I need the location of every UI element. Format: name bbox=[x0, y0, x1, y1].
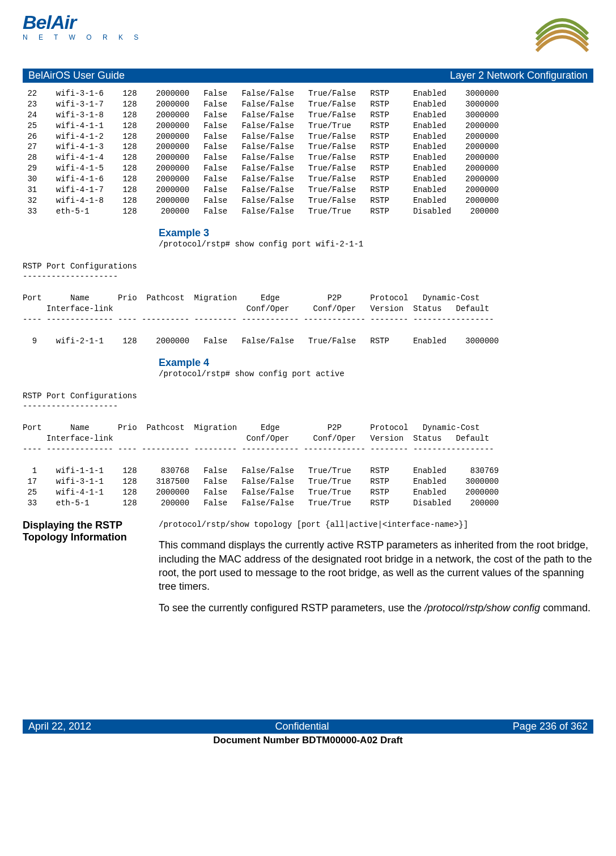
header-bar: BelAirOS User Guide Layer 2 Network Conf… bbox=[23, 69, 593, 83]
example-3-command: /protocol/rstp# show config port wifi-2-… bbox=[159, 239, 593, 250]
topology-syntax: /protocol/rstp/show topology [port {all|… bbox=[159, 519, 593, 530]
config-table-1: 22 wifi-3-1-6 128 2000000 False False/Fa… bbox=[23, 88, 593, 217]
header-left: BelAirOS User Guide bbox=[28, 70, 125, 82]
footer-document-number: Document Number BDTM00000-A02 Draft bbox=[23, 734, 593, 752]
example-4-heading: Example 4 bbox=[159, 357, 593, 369]
header-right: Layer 2 Network Configuration bbox=[450, 70, 588, 82]
topology-para-2a: To see the currently configured RSTP par… bbox=[159, 602, 424, 614]
example-4-command: /protocol/rstp# show config port active bbox=[159, 369, 593, 380]
footer-right: Page 236 of 362 bbox=[513, 721, 588, 733]
topology-para-1: This command displays the currently acti… bbox=[159, 538, 593, 593]
header-logos: BelAir N E T W O R K S bbox=[23, 11, 593, 58]
topology-para-2b: /protocol/rstp/show config bbox=[424, 602, 540, 614]
logo-belair: BelAir N E T W O R K S bbox=[23, 11, 143, 41]
topology-section-label: Displaying the RSTP Topology Information bbox=[23, 519, 159, 543]
topology-section-body: /protocol/rstp/show topology [port {all|… bbox=[159, 519, 593, 623]
topology-section: Displaying the RSTP Topology Information… bbox=[23, 519, 593, 623]
example-3-heading: Example 3 bbox=[159, 227, 593, 239]
footer-bar: April 22, 2012 Confidential Page 236 of … bbox=[23, 719, 593, 734]
footer-center: Confidential bbox=[275, 721, 329, 733]
logo-brand-top: BelAir bbox=[23, 11, 143, 33]
footer-left: April 22, 2012 bbox=[28, 721, 91, 733]
swirl-icon bbox=[531, 11, 593, 57]
config-table-2: RSTP Port Configurations ---------------… bbox=[23, 261, 593, 347]
topology-para-2c: command. bbox=[540, 602, 590, 614]
config-table-3: RSTP Port Configurations ---------------… bbox=[23, 391, 593, 509]
logo-brand-bottom: N E T W O R K S bbox=[23, 33, 143, 41]
logo-right-icon bbox=[531, 11, 593, 58]
topology-para-2: To see the currently configured RSTP par… bbox=[159, 601, 593, 615]
